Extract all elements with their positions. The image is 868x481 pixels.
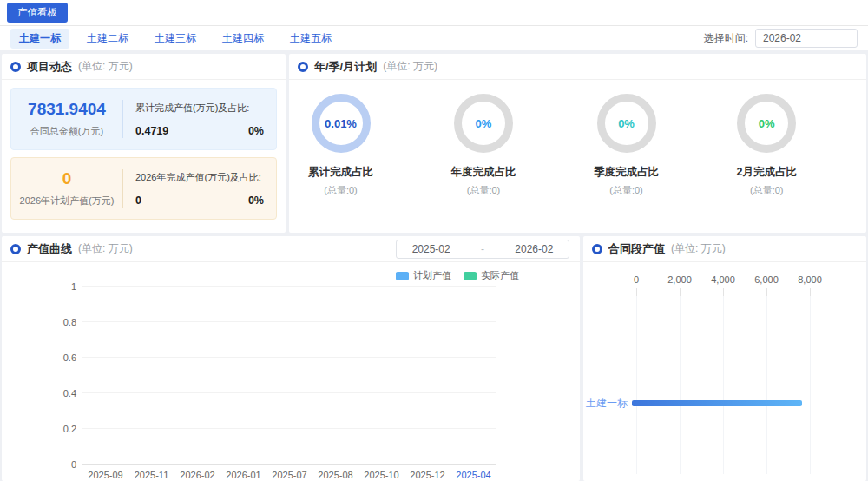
axis-tick-mark — [723, 288, 724, 296]
panel-project-header: 项目动态 (单位: 万元) — [2, 54, 286, 80]
panel-unit: (单位: 万元) — [78, 241, 133, 256]
x-axis-tick: 2025-08 — [312, 470, 358, 480]
contract-total-value: 7831.9404 — [11, 100, 122, 119]
x-axis-tick: 2025-11 — [128, 470, 174, 480]
x-axis-tick: 2026-02 — [174, 470, 220, 480]
panel-unit: (单位: 万元) — [78, 59, 133, 74]
date-input[interactable] — [763, 32, 868, 44]
range-start[interactable]: 2025-02 — [412, 243, 450, 255]
donut-ring: 0.01% — [312, 94, 371, 153]
x-axis-tick: 6,000 — [747, 274, 786, 285]
panel-title: 年/季/月计划 — [314, 59, 377, 75]
cumulative-detail-title: 累计完成产值(万元)及占比: — [135, 102, 264, 115]
dashboard-main: 项目动态 (单位: 万元) 7831.9404 合同总金额(万元) 累计完成产值… — [0, 50, 868, 481]
range-separator: - — [481, 243, 484, 255]
v-gridline — [810, 296, 811, 474]
x-axis-tick-highlighted: 2025-04 — [450, 470, 496, 480]
hbar-chart-plot: 0 2,000 4,000 6,000 8,000 土建一标 — [583, 262, 866, 478]
legend-swatch-blue — [396, 272, 409, 280]
cumulative-detail-percent: 0% — [248, 125, 264, 137]
axis-tick-mark — [636, 288, 637, 296]
radio-bullet-icon — [10, 62, 21, 72]
x-axis-tick: 2025-10 — [358, 470, 404, 480]
donut-ring: 0% — [454, 94, 513, 153]
donut-percent: 0% — [759, 117, 775, 130]
date-range-picker[interactable]: 2025-02 - 2026-02 — [396, 240, 569, 259]
yearly-detail-value: 0 — [135, 194, 141, 207]
y-axis-tick: 1 — [2, 281, 76, 292]
v-gridline — [723, 296, 724, 474]
panel-project-dynamic: 项目动态 (单位: 万元) 7831.9404 合同总金额(万元) 累计完成产值… — [2, 54, 286, 233]
donut-annual: 0% 年度完成占比 (总量:0) — [451, 94, 516, 197]
section-tab-3[interactable]: 土建三标 — [146, 29, 205, 49]
x-axis-tick: 0 — [617, 274, 655, 285]
section-tab-4[interactable]: 土建四标 — [214, 29, 273, 49]
legend-swatch-green — [464, 272, 477, 280]
panel-output-curve: 产值曲线 (单位: 万元) 2025-02 - 2026-02 计划产值 实际产… — [2, 236, 580, 481]
legend-actual-output[interactable]: 实际产值 — [464, 269, 519, 282]
axis-tick-mark — [680, 288, 681, 296]
donut-label: 季度完成占比 — [594, 165, 659, 180]
line-chart-plot: 1 0.8 0.6 0.4 0.2 0 2025-09 2025-11 2026… — [2, 286, 580, 481]
donut-ring: 0% — [597, 94, 656, 153]
donut-percent: 0.01% — [325, 117, 357, 130]
x-axis-tick: 4,000 — [704, 274, 742, 285]
axis-tick-mark — [810, 288, 811, 296]
panel-unit: (单位: 万元) — [671, 241, 726, 256]
y-axis-tick: 0.8 — [2, 317, 76, 327]
donut-cumulative: 0.01% 累计完成占比 (总量:0) — [308, 94, 373, 197]
donut-ring: 0% — [737, 94, 796, 153]
x-axis-tick: 2025-12 — [404, 470, 450, 480]
section-tab-5[interactable]: 土建五标 — [281, 29, 340, 49]
main-tab-output-dashboard[interactable]: 产值看板 — [7, 3, 68, 23]
yearly-detail-title: 2026年完成产值(万元)及占比: — [135, 171, 264, 184]
contract-value-bar — [632, 400, 802, 406]
donut-month: 0% 2月完成占比 (总量:0) — [737, 94, 797, 197]
cumulative-detail-value: 0.4719 — [135, 125, 168, 137]
h-gridline — [82, 392, 496, 393]
chart-legend: 计划产值 实际产值 — [2, 262, 580, 282]
radio-bullet-icon — [10, 244, 21, 254]
radio-bullet-icon — [298, 62, 308, 72]
section-tab-2[interactable]: 土建二标 — [78, 29, 137, 49]
date-picker-label: 选择时间: — [704, 31, 748, 46]
yearly-detail-percent: 0% — [248, 194, 264, 207]
legend-planned-output[interactable]: 计划产值 — [396, 269, 451, 282]
range-end[interactable]: 2026-02 — [515, 243, 553, 255]
donut-subtotal: (总量:0) — [324, 184, 358, 197]
x-axis-tick: 2025-07 — [266, 470, 312, 480]
section-tab-1[interactable]: 土建一标 — [10, 29, 69, 49]
x-axis-tick: 2025-09 — [82, 470, 128, 480]
panel-plan: 年/季/月计划 (单位: 万元) 0.01% 累计完成占比 (总量:0) 0% … — [289, 54, 866, 233]
yearly-plan-card: 0 2026年计划产值(万元) 2026年完成产值(万元)及占比: 0 0% — [10, 157, 277, 220]
donut-subtotal: (总量:0) — [750, 184, 784, 197]
donut-label: 累计完成占比 — [308, 165, 373, 180]
h-gridline — [82, 428, 496, 429]
date-picker: 选择时间: — [704, 29, 858, 48]
donut-quarter: 0% 季度完成占比 (总量:0) — [594, 94, 659, 197]
yearly-plan-caption: 2026年计划产值(万元) — [11, 194, 122, 208]
donut-subtotal: (总量:0) — [609, 184, 643, 197]
v-gridline — [636, 296, 637, 474]
h-gridline — [82, 357, 496, 358]
donut-percent: 0% — [476, 117, 492, 130]
y-axis-tick: 0.4 — [2, 388, 76, 399]
contract-total-card: 7831.9404 合同总金额(万元) 累计完成产值(万元)及占比: 0.471… — [10, 88, 277, 150]
radio-bullet-icon — [592, 244, 602, 254]
x-axis-labels: 2025-09 2025-11 2026-02 2026-01 2025-07 … — [82, 470, 496, 480]
panel-plan-header: 年/季/月计划 (单位: 万元) — [289, 54, 866, 80]
x-axis-tick: 2026-01 — [220, 470, 266, 480]
contract-total-caption: 合同总金额(万元) — [11, 125, 122, 138]
y-axis-tick: 0.6 — [2, 353, 76, 363]
panel-title: 项目动态 — [27, 59, 72, 75]
donut-label: 年度完成占比 — [451, 165, 516, 180]
date-input-box[interactable] — [755, 29, 858, 48]
donut-subtotal: (总量:0) — [467, 184, 501, 197]
panel-contract-header: 合同段产值 (单位: 万元) — [583, 236, 866, 262]
bar-row: 土建一标 — [583, 397, 866, 409]
x-axis-line — [82, 464, 496, 465]
panel-title: 产值曲线 — [27, 241, 72, 257]
v-gridline — [766, 296, 767, 474]
y-axis-tick: 0.2 — [2, 424, 76, 434]
x-axis-tick: 2,000 — [661, 274, 699, 285]
